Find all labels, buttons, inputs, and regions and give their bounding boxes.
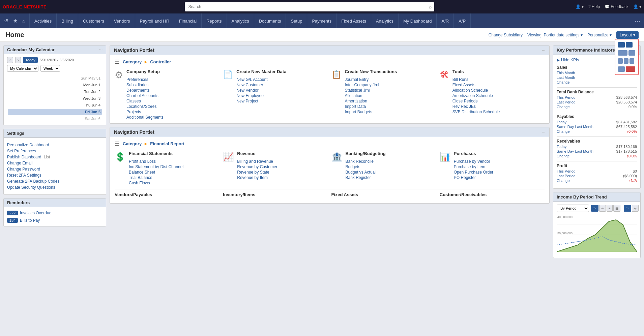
close-periods-link[interactable]: Close Periods [452, 99, 478, 103]
kpi-payables-same-day[interactable]: Same Day Last Month [557, 125, 593, 129]
svb-distribution-link[interactable]: SVB Distribution Schedule [452, 110, 500, 114]
fixed-assets-link[interactable]: Fixed Assets [452, 83, 475, 87]
home-icon[interactable]: ⌂ [20, 17, 27, 25]
kpi-bank-change[interactable]: Change [557, 105, 570, 109]
invoices-overdue-link[interactable]: Invoices Overdue [20, 211, 51, 215]
new-vendor-link[interactable]: New Vendor [236, 88, 258, 93]
chart-type-line2[interactable]: 〜 [624, 205, 631, 212]
publish-list-label[interactable]: List [44, 155, 50, 159]
calendar-today-button[interactable]: Today [23, 57, 37, 63]
bills-to-pay-link[interactable]: Bills to Pay [20, 218, 40, 223]
kpi-last-month-label[interactable]: Last Month [557, 75, 575, 80]
chart-type-column[interactable]: ▦ [613, 205, 620, 212]
layout-option-2[interactable] [617, 50, 636, 56]
nav-payroll[interactable]: Payroll and HR [135, 13, 174, 28]
hamburger-icon-2[interactable]: ☰ [115, 141, 119, 147]
nav-reports[interactable]: Reports [202, 13, 227, 28]
purchase-by-item-link[interactable]: Purchase by Item [454, 164, 485, 169]
publish-dashboard-link[interactable]: Publish Dashboard [7, 155, 41, 159]
help-button[interactable]: ? Help [588, 4, 600, 9]
chart-of-accounts-link[interactable]: Chart of Accounts [126, 93, 158, 98]
chart-type-area2[interactable]: ∿ [632, 205, 639, 212]
preferences-link[interactable]: Preferences [126, 77, 148, 82]
new-gl-account-link[interactable]: New G/L Account [236, 77, 267, 82]
feedback-button[interactable]: 💬 Feedback [605, 4, 628, 9]
revenue-by-customer-link[interactable]: Revenue by Customer [237, 164, 277, 169]
new-customer-link[interactable]: New Customer [236, 83, 263, 87]
change-subsidiary-link[interactable]: Change Subsidiary [489, 33, 523, 37]
kpi-bank-last-period[interactable]: Last Period [557, 100, 576, 104]
billing-revenue-link[interactable]: Billing and Revenue [237, 159, 273, 164]
balance-sheet-link[interactable]: Balance Sheet [129, 170, 155, 175]
calendar-next-button[interactable]: › [15, 57, 21, 63]
open-purchase-order-link[interactable]: Open Purchase Order [454, 170, 493, 175]
breadcrumb-category-link[interactable]: Category [123, 59, 142, 64]
nav-more-button[interactable]: ⋯ [631, 13, 644, 28]
import-budgets-link[interactable]: Import Budgets [345, 110, 372, 114]
journal-entry-link[interactable]: Journal Entry [345, 77, 369, 82]
nav-analytics[interactable]: Analytics [227, 13, 254, 28]
inter-company-jrnl-link[interactable]: Inter-Company Jrnl [345, 83, 379, 87]
breadcrumb-2-financial-report-link[interactable]: Financial Report [150, 141, 184, 146]
projects-link[interactable]: Projects [126, 110, 141, 114]
layout-option-3[interactable] [617, 58, 636, 64]
nav-ap[interactable]: A/P [454, 13, 471, 28]
departments-link[interactable]: Departments [126, 88, 150, 93]
change-password-link[interactable]: Change Password [7, 167, 40, 172]
additional-segments-link[interactable]: Additional Segments [126, 115, 164, 120]
nav-fixed-assets[interactable]: Fixed Assets [336, 13, 371, 28]
breadcrumb-controller-link[interactable]: Controller [150, 59, 171, 64]
bill-runs-link[interactable]: Bill Runs [452, 77, 468, 82]
inc-statement-dist-link[interactable]: Inc Statement by Dist Channel [129, 164, 183, 169]
kpi-rec-change[interactable]: Change [557, 154, 570, 158]
calendar-type-select[interactable]: My Calendar [7, 65, 38, 72]
calendar-prev-button[interactable]: ‹ [7, 57, 13, 63]
kpi-profit-this-period[interactable]: This Period [557, 169, 576, 173]
user-menu-icon[interactable]: 👤▾ [576, 4, 584, 9]
bank-register-link[interactable]: Bank Register [346, 175, 371, 180]
allocation-schedule-link[interactable]: Allocation Schedule [452, 88, 488, 93]
kpi-this-month-label[interactable]: This Month [557, 71, 575, 75]
layout-option-4[interactable] [617, 66, 636, 72]
allocation-link[interactable]: Allocation [345, 93, 362, 98]
personalize-link[interactable]: Personalize ▾ [587, 33, 612, 37]
nav-activities[interactable]: Activities [30, 13, 57, 28]
revenue-by-state-link[interactable]: Revenue by State [237, 170, 269, 175]
profile-icon[interactable]: 👤▾ [633, 4, 641, 9]
generate-2fa-link[interactable]: Generate 2FA Backup Codes [7, 179, 59, 184]
kpi-rec-today[interactable]: Today [557, 145, 566, 149]
budget-vs-actual-link[interactable]: Budget vs Actual [346, 170, 376, 175]
rev-rec-jes-link[interactable]: Rev Rec JEs [452, 104, 476, 109]
import-data-link[interactable]: Import Data [345, 104, 366, 109]
cash-flows-link[interactable]: Cash Flows [129, 181, 150, 185]
nav-customers[interactable]: Customers [78, 13, 109, 28]
nav-documents[interactable]: Documents [254, 13, 286, 28]
kpi-profit-change[interactable]: Change [557, 179, 570, 183]
amortization-link[interactable]: Amortization [345, 99, 368, 103]
budgets-link[interactable]: Budgets [346, 164, 360, 169]
calendar-view-select[interactable]: Week [40, 65, 60, 72]
favorites-icon[interactable]: ★ [11, 17, 20, 25]
update-security-link[interactable]: Update Security Questions [7, 185, 55, 190]
chart-period-select[interactable]: By Period [557, 205, 589, 212]
kpi-payables-today[interactable]: Today [557, 120, 566, 124]
layout-option-1[interactable] [617, 41, 636, 48]
nav-ar[interactable]: A/R [437, 13, 454, 28]
hamburger-icon[interactable]: ☰ [115, 59, 119, 65]
nav-vendors[interactable]: Vendors [109, 13, 135, 28]
new-employee-link[interactable]: New Employee [236, 93, 264, 98]
chart-type-line[interactable]: 〜 [591, 205, 598, 212]
kpi-change-label[interactable]: Change [557, 80, 570, 84]
chart-type-bar[interactable]: ≡ [607, 205, 613, 212]
nav-analytics2[interactable]: Analytics [371, 13, 399, 28]
breadcrumb-2-category-link[interactable]: Category [123, 141, 142, 146]
nav-my-dashboard[interactable]: My Dashboard [399, 13, 437, 28]
locations-stores-link[interactable]: Locations/Stores [126, 104, 156, 109]
classes-link[interactable]: Classes [126, 99, 141, 103]
trial-balance-link[interactable]: Trial Balance [129, 175, 152, 180]
reset-2fa-link[interactable]: Reset 2FA Settings [7, 173, 41, 178]
nav-payments[interactable]: Payments [307, 13, 336, 28]
nav-billing[interactable]: Billing [57, 13, 78, 28]
bank-reconcile-link[interactable]: Bank Reconcile [346, 159, 374, 164]
viewing-portlet-link[interactable]: Viewing: Portlet date settings ▾ [527, 33, 583, 37]
